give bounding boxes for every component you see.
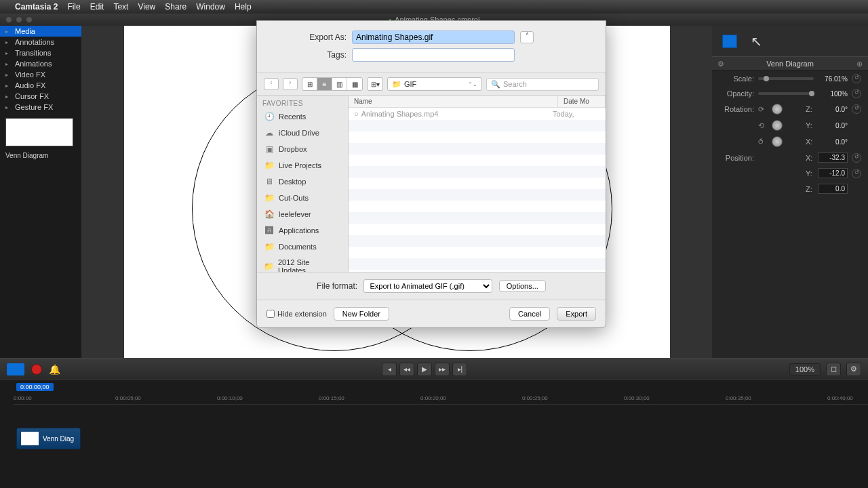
file-row[interactable]: ○Animating Shapes.mp4 Today, [349, 108, 606, 120]
sidebar-item-desktop[interactable]: 🖥Desktop [257, 174, 348, 190]
view-mode-segment[interactable]: ⊞ ≡ ▥ ▦ [302, 77, 363, 91]
rotation-z-value: 0.0° [818, 106, 848, 113]
properties-title: Venn Diagram [712, 56, 868, 71]
rotation-label: Rotation: [719, 105, 754, 113]
rotate-x-icon: ⥀ [758, 138, 768, 146]
search-input[interactable]: 🔍 Search [486, 78, 599, 91]
tab-cursorfx[interactable]: ▸Cursor FX [0, 91, 81, 102]
play-button[interactable]: ▶ [417, 363, 432, 376]
collapse-button[interactable]: ˄ [520, 31, 534, 43]
folder-icon: 📁 [264, 161, 275, 170]
sidebar-item-dropbox[interactable]: ▣Dropbox [257, 141, 348, 157]
tab-animations[interactable]: ▸Animations [0, 58, 81, 69]
export-dialog: Export As: ˄ Tags: ‹ › ⊞ ≡ ▥ ▦ ⊞▾ 📁 GIF … [256, 20, 606, 328]
scale-reset-icon[interactable]: ↺ [852, 74, 861, 83]
next-frame-button[interactable]: ▸| [452, 363, 467, 376]
column-view-icon[interactable]: ▥ [332, 78, 347, 90]
folder-icon: 📁 [392, 80, 401, 89]
sidebar-item-icloud[interactable]: ☁︎iCloud Drive [257, 125, 348, 141]
tab-videofx[interactable]: ▸Video FX [0, 69, 81, 80]
crop-button[interactable]: ◻ [826, 363, 841, 376]
visual-tab-icon[interactable] [722, 35, 737, 48]
column-date[interactable]: Date Mo [558, 96, 606, 107]
nav-back-button[interactable]: ‹ [264, 78, 279, 90]
cancel-button[interactable]: Cancel [509, 307, 550, 321]
menu-help[interactable]: Help [235, 2, 252, 12]
timeline-ruler[interactable]: 0:00:00 0:00:05;00 0:00:10;00 0:00:15;00… [14, 392, 868, 405]
sidebar-item-recents[interactable]: 🕘Recents [257, 108, 348, 125]
new-folder-button[interactable]: New Folder [334, 307, 389, 321]
export-as-input[interactable] [352, 30, 515, 44]
sidebar-item-2012[interactable]: 📁2012 Site Updates... [257, 255, 348, 272]
position-x-reset-icon[interactable]: ↺ [852, 153, 861, 163]
position-x-input[interactable]: -32.3 [818, 152, 848, 163]
menu-window[interactable]: Window [196, 2, 225, 12]
tab-media[interactable]: ▸Media [0, 26, 81, 37]
position-z-input[interactable]: 0.0 [818, 184, 848, 194]
location-dropdown[interactable]: 📁 GIF ⌃⌄ [387, 77, 482, 91]
home-icon: 🏠 [264, 209, 275, 219]
position-y-input[interactable]: -12.0 [818, 168, 848, 178]
step-back-button[interactable]: ◂◂ [399, 363, 414, 376]
opacity-reset-icon[interactable]: ↺ [852, 89, 861, 98]
opacity-slider[interactable] [758, 92, 814, 95]
favorites-header: Favorites [257, 98, 348, 108]
zoom-level[interactable]: 100% [789, 363, 821, 375]
menu-edit[interactable]: Edit [90, 2, 104, 12]
scale-slider[interactable] [758, 77, 814, 80]
file-format-select[interactable]: Export to Animated GIF (.gif) [363, 279, 492, 293]
position-y-reset-icon[interactable]: ↺ [852, 169, 861, 178]
rotation-z-dial[interactable] [772, 104, 783, 115]
timeline-clip[interactable]: Venn Diag [16, 428, 81, 449]
settings-button[interactable]: ⚙ [846, 363, 861, 376]
sidebar-item-cutouts[interactable]: 📁Cut-Outs [257, 190, 348, 206]
tab-annotations[interactable]: ▸Annotations [0, 37, 81, 47]
tab-audiofx[interactable]: ▸Audio FX [0, 80, 81, 91]
tab-gesturefx[interactable]: ▸Gesture FX [0, 102, 81, 113]
icon-view-icon[interactable]: ⊞ [302, 78, 317, 90]
menu-view[interactable]: View [138, 2, 155, 12]
timeline[interactable]: 0:00:00;00 0:00:00 0:00:05;00 0:00:10;00… [0, 380, 868, 488]
cursor-tab-icon[interactable]: ↖ [751, 33, 762, 49]
nav-forward-button[interactable]: › [283, 78, 298, 90]
clip-thumbnail [21, 432, 39, 445]
export-button[interactable]: Export [557, 307, 596, 321]
sidebar-item-applications[interactable]: 🅰Applications [257, 222, 348, 239]
hide-extension-checkbox[interactable]: Hide extension [267, 310, 327, 318]
rotate-z-icon: ⟳ [758, 105, 768, 114]
sidebar-item-documents[interactable]: 📁Documents [257, 239, 348, 255]
file-icon: ○ [354, 110, 359, 118]
search-icon: 🔍 [491, 80, 500, 89]
camera-icon[interactable] [7, 363, 24, 375]
media-thumbnail[interactable] [5, 118, 73, 146]
finder-sidebar: Favorites 🕘Recents ☁︎iCloud Drive ▣Dropb… [257, 96, 349, 272]
step-fwd-button[interactable]: ▸▸ [435, 363, 450, 376]
traffic-lights[interactable] [5, 16, 33, 23]
menu-text[interactable]: Text [113, 2, 128, 12]
app-name[interactable]: Camtasia 2 [15, 2, 58, 12]
rotation-y-dial[interactable] [772, 120, 783, 131]
gallery-view-icon[interactable]: ▦ [347, 78, 362, 90]
tab-transitions[interactable]: ▸Transitions [0, 47, 81, 58]
record-button[interactable] [31, 364, 42, 375]
rotation-reset-icon[interactable]: ↺ [852, 104, 861, 114]
options-button[interactable]: Options... [499, 280, 546, 292]
prev-frame-button[interactable]: ◂ [382, 363, 397, 376]
export-as-label: Export As: [271, 33, 352, 42]
column-name[interactable]: Name [349, 96, 558, 107]
list-view-icon[interactable]: ≡ [317, 78, 332, 90]
properties-panel: ↖ Venn Diagram Scale: 76.01% ↺ Opacity: … [712, 26, 868, 358]
sidebar-item-home[interactable]: 🏠leelefever [257, 206, 348, 222]
rotation-x-dial[interactable] [772, 136, 783, 147]
group-dropdown[interactable]: ⊞▾ [367, 77, 383, 91]
folder-icon: 📁 [264, 193, 275, 203]
menu-share[interactable]: Share [165, 2, 186, 12]
menu-file[interactable]: File [67, 2, 80, 12]
tags-input[interactable] [352, 48, 515, 62]
bell-icon[interactable]: 🔔 [49, 364, 60, 375]
mac-menubar: Camtasia 2 File Edit Text View Share Win… [0, 0, 868, 14]
sidebar-item-liveprojects[interactable]: 📁Live Projects [257, 157, 348, 174]
position-label: Position: [719, 154, 754, 162]
recents-icon: 🕘 [264, 112, 275, 121]
media-label: Venn Diagram [5, 152, 81, 159]
